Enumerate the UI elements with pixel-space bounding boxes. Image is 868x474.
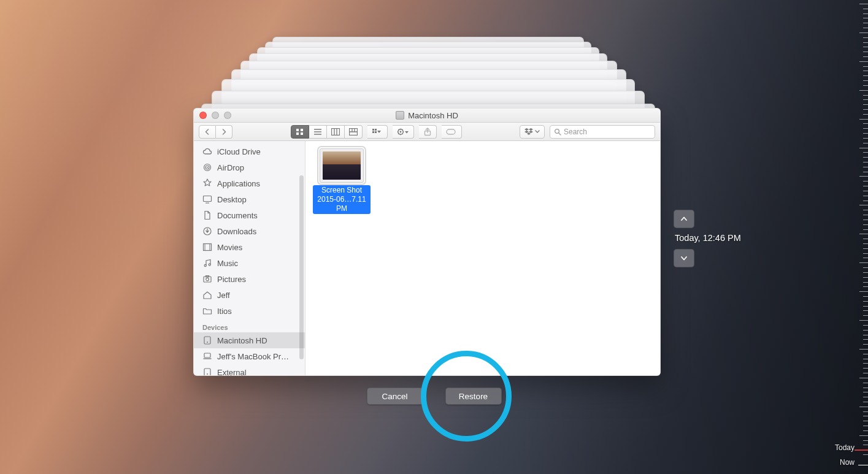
sidebar-item-label: Pictures (217, 275, 246, 284)
sidebar-item-downloads[interactable]: Downloads (194, 223, 305, 239)
sidebar-item-applications[interactable]: Applications (194, 175, 305, 191)
svg-rect-15 (375, 129, 377, 131)
svg-rect-3 (301, 132, 303, 135)
sidebar-item-music[interactable]: Music (194, 255, 305, 271)
svg-rect-43 (204, 244, 212, 251)
sidebar-item-label: Itios (217, 307, 232, 316)
timeline-next-button[interactable] (674, 249, 694, 267)
ruler-now-label: Now (840, 458, 855, 467)
close-window-button[interactable] (199, 112, 207, 119)
arrange-button[interactable] (367, 125, 388, 139)
search-field[interactable]: Search (550, 125, 655, 139)
minimize-window-button[interactable] (212, 112, 219, 119)
hdd-icon (202, 335, 212, 345)
laptop-icon (202, 351, 212, 361)
column-view-button[interactable] (327, 125, 345, 139)
svg-point-47 (209, 264, 210, 266)
svg-rect-29 (447, 129, 455, 134)
ruler-today-marker (855, 449, 868, 451)
sidebar-item-label: Downloads (217, 227, 256, 236)
sidebar-item-label: Music (217, 259, 238, 268)
svg-marker-30 (524, 128, 529, 131)
sidebar-item-desktop[interactable]: Desktop (194, 191, 305, 207)
svg-marker-33 (529, 131, 533, 133)
sidebar-device-macintosh-hd[interactable]: Macintosh HD (194, 332, 305, 348)
movies-icon (202, 242, 212, 252)
file-content-area[interactable]: Screen Shot2015-06…7.11 PM (305, 141, 660, 375)
sidebar-item-label: Jeff's MacBook Pr… (217, 352, 289, 361)
sidebar-scrollbar[interactable] (299, 175, 304, 359)
file-name: Screen Shot2015-06…7.11 PM (313, 185, 371, 214)
list-view-button[interactable] (309, 125, 327, 139)
window-controls (199, 112, 231, 119)
sidebar-item-itios[interactable]: Itios (194, 303, 305, 319)
sidebar-item-icloud-drive[interactable]: iCloud Drive (194, 143, 305, 159)
svg-point-49 (206, 278, 209, 281)
sidebar-item-label: Movies (217, 243, 242, 252)
share-button[interactable] (419, 125, 437, 139)
coverflow-view-button[interactable] (345, 125, 363, 139)
titlebar: Macintosh HD (194, 109, 660, 123)
svg-point-52 (207, 342, 208, 343)
file-item[interactable]: Screen Shot2015-06…7.11 PM (313, 148, 371, 214)
timeline-prev-button[interactable] (674, 210, 694, 228)
ruler-today-label: Today (835, 443, 855, 452)
back-button[interactable] (199, 125, 216, 139)
sidebar-item-airdrop[interactable]: AirDrop (194, 159, 305, 175)
svg-rect-7 (331, 128, 339, 135)
sidebar-item-pictures[interactable]: Pictures (194, 271, 305, 287)
sidebar-item-label: Applications (217, 179, 260, 188)
sidebar-item-label: External (217, 368, 247, 376)
file-thumbnail (320, 148, 364, 183)
sidebar-item-label: Documents (217, 211, 258, 220)
nav-buttons (199, 125, 232, 139)
folder-icon (202, 306, 212, 316)
view-mode-buttons (291, 125, 363, 139)
finder-window: Macintosh HD (193, 108, 661, 376)
sidebar-item-jeff[interactable]: Jeff (194, 287, 305, 303)
svg-rect-17 (375, 131, 377, 133)
tags-button[interactable] (442, 125, 462, 139)
sidebar-device-jeff-s-macbook-pr-[interactable]: Jeff's MacBook Pr… (194, 348, 305, 364)
cancel-button[interactable]: Cancel (367, 388, 423, 405)
pictures-icon (202, 274, 212, 284)
svg-rect-14 (372, 129, 374, 131)
svg-point-19 (399, 131, 401, 132)
cloud-icon (202, 147, 212, 156)
devices-header: Devices (194, 319, 305, 332)
svg-line-25 (402, 133, 402, 134)
svg-point-56 (207, 373, 208, 375)
svg-marker-31 (529, 128, 533, 131)
toolbar: Search (194, 123, 660, 141)
sidebar: iCloud DriveAirDropApplicationsDesktopDo… (194, 141, 305, 375)
sidebar-device-external[interactable]: External (194, 364, 305, 375)
sidebar-item-label: Macintosh HD (217, 336, 267, 345)
forward-button[interactable] (216, 125, 232, 139)
house-icon (202, 290, 212, 300)
sidebar-item-label: AirDrop (217, 163, 244, 172)
sidebar-item-documents[interactable]: Documents (194, 207, 305, 223)
icon-view-button[interactable] (291, 125, 309, 139)
svg-rect-16 (372, 131, 374, 133)
restore-button[interactable]: Restore (445, 388, 502, 405)
svg-point-39 (207, 167, 208, 168)
svg-rect-0 (296, 129, 299, 131)
svg-line-27 (402, 129, 402, 130)
svg-rect-51 (204, 337, 210, 344)
sidebar-item-label: Jeff (217, 291, 230, 300)
svg-line-36 (559, 132, 561, 134)
downloads-icon (202, 226, 212, 236)
dropbox-button[interactable] (520, 125, 545, 139)
svg-rect-2 (296, 132, 299, 135)
svg-rect-53 (204, 353, 210, 357)
svg-point-46 (204, 264, 206, 266)
music-icon (202, 258, 212, 268)
hdd-icon (202, 367, 212, 375)
zoom-window-button[interactable] (224, 112, 231, 119)
svg-line-26 (398, 133, 399, 134)
svg-rect-1 (301, 129, 303, 131)
svg-rect-48 (204, 277, 211, 282)
sidebar-item-movies[interactable]: Movies (194, 239, 305, 255)
timeline-current-label: Today, 12:46 PM (675, 233, 802, 243)
action-button[interactable] (393, 125, 414, 139)
